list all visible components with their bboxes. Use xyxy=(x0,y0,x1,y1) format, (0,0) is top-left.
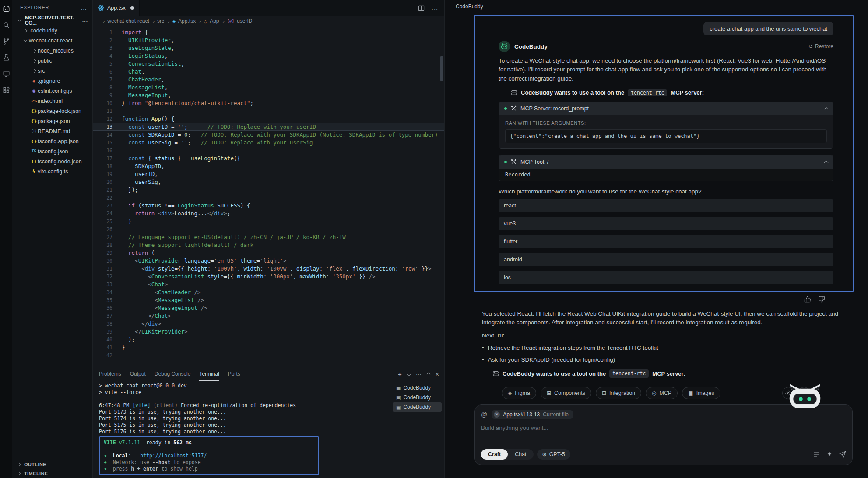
workspace-root[interactable]: MCP-SERVER-TEST-CO... … xyxy=(12,15,92,25)
maximize-panel-icon[interactable] xyxy=(427,372,430,376)
code-line[interactable]: 14 const SDKAppID = 0; // TODO: Replace … xyxy=(93,131,444,139)
code-line[interactable]: 40 ); xyxy=(93,336,444,344)
code-line[interactable]: 9 MessageInput, xyxy=(93,91,444,99)
terminal-output[interactable]: > wechat-chat-react@0.0.0 dev> vite --fo… xyxy=(93,381,393,478)
code-line[interactable]: 34 <ChatHeader /> xyxy=(93,288,444,296)
code-line[interactable]: 42 xyxy=(93,351,444,359)
terminal-instance[interactable]: CodeBuddy xyxy=(393,383,442,393)
terminal-instance[interactable]: CodeBuddy xyxy=(393,393,442,402)
code-line[interactable]: 30 <UIKitProvider language='en-US' theme… xyxy=(93,257,444,265)
breadcrumb-item[interactable]: › wechat-chat-react xyxy=(103,18,149,25)
tree-item[interactable]: README.md xyxy=(12,126,92,136)
composer-chip[interactable]: Figma xyxy=(502,387,536,399)
code-line[interactable]: 2 UIKitProvider, xyxy=(93,36,444,44)
code-line[interactable]: 32 <ConversationList style={{ minWidth: … xyxy=(93,273,444,281)
send-icon[interactable] xyxy=(839,451,846,458)
code-line[interactable]: 19 userID, xyxy=(93,170,444,178)
code-editor[interactable]: 1import {2 UIKitProvider,3 useLoginState… xyxy=(93,26,444,367)
search-icon[interactable] xyxy=(2,21,11,29)
tree-item[interactable]: tsconfig.node.json xyxy=(12,156,92,166)
source-control-icon[interactable] xyxy=(2,37,11,46)
remote-explorer-icon[interactable] xyxy=(2,69,11,78)
explorer-more-icon[interactable]: … xyxy=(81,5,87,10)
extensions-icon[interactable] xyxy=(2,85,11,94)
code-line[interactable]: 20 userSig, xyxy=(93,178,444,186)
tree-item[interactable]: eslint.config.js xyxy=(12,86,92,96)
remove-context-icon[interactable]: ✕ xyxy=(494,411,500,418)
tree-item[interactable]: index.html xyxy=(12,96,92,106)
chevron-up-icon[interactable] xyxy=(824,107,829,112)
panel-tab[interactable]: Terminal xyxy=(199,367,219,381)
code-line[interactable]: 8 MessageList, xyxy=(93,84,444,91)
mode-button[interactable]: Craft xyxy=(481,449,508,460)
code-line[interactable]: 1import { xyxy=(93,28,444,36)
code-line[interactable]: 33 <Chat> xyxy=(93,281,444,288)
code-line[interactable]: 41} xyxy=(93,344,444,351)
breadcrumb-item[interactable]: › App xyxy=(199,18,219,25)
code-line[interactable]: 21 }); xyxy=(93,186,444,194)
code-line[interactable]: 16 xyxy=(93,147,444,155)
code-line[interactable]: 25 } xyxy=(93,218,444,225)
platform-option-button[interactable]: ios xyxy=(499,271,833,284)
context-file-chip[interactable]: ✕ App.tsx#L13-13 Current file xyxy=(492,410,573,419)
platform-option-button[interactable]: vue3 xyxy=(499,217,833,230)
tree-item[interactable]: node_modules xyxy=(12,46,92,56)
code-line[interactable]: 11 xyxy=(93,107,444,115)
new-terminal-icon[interactable]: + xyxy=(398,370,402,378)
code-line[interactable]: 31 <div style={{ height: '100vh', width:… xyxy=(93,265,444,273)
code-line[interactable]: 24 return <div>Loading...</div>; xyxy=(93,210,444,218)
test-flask-icon[interactable] xyxy=(2,53,11,62)
code-line[interactable]: 39 </UIKitProvider> xyxy=(93,328,444,336)
mode-button[interactable]: Chat xyxy=(508,449,533,460)
sidebar-section-header[interactable]: OUTLINE xyxy=(12,460,92,469)
code-line[interactable]: 29 return ( xyxy=(93,249,444,257)
workspace-more-icon[interactable]: … xyxy=(82,18,92,22)
code-line[interactable]: 7 ChatHeader, xyxy=(93,76,444,84)
mcp-card-header[interactable]: MCP Server: record_prompt xyxy=(499,102,833,115)
code-line[interactable]: 22 xyxy=(93,194,444,202)
tree-item[interactable]: .codebuddy xyxy=(12,25,92,35)
platform-option-button[interactable]: react xyxy=(499,199,833,212)
code-line[interactable]: 35 <MessageList /> xyxy=(93,296,444,304)
panel-tab[interactable]: Problems xyxy=(99,367,121,381)
code-line[interactable]: 15 const userSig = ''; // TODO: Replace … xyxy=(93,139,444,147)
task-list-icon[interactable] xyxy=(813,451,820,458)
code-line[interactable]: 28 // Theme support light(default) / dar… xyxy=(93,241,444,249)
tree-item[interactable]: vite.config.ts xyxy=(12,166,92,176)
platform-option-button[interactable]: android xyxy=(499,253,833,266)
mcp-card-header[interactable]: MCP Tool: / xyxy=(499,155,833,169)
code-line[interactable]: 12function App() { xyxy=(93,115,444,123)
panel-tab[interactable]: Debug Console xyxy=(155,367,191,381)
code-line[interactable]: 23 if (status !== LoginStatus.SUCCESS) { xyxy=(93,202,444,210)
code-line[interactable]: 36 <MessageInput /> xyxy=(93,304,444,312)
editor-scrollbar[interactable] xyxy=(440,56,443,81)
composer-chip[interactable]: Integration xyxy=(596,387,641,399)
chevron-up-icon[interactable] xyxy=(824,161,829,165)
terminal-instance[interactable]: CodeBuddy xyxy=(393,402,442,412)
composer-chip[interactable]: Components xyxy=(541,387,591,399)
split-editor-icon[interactable] xyxy=(418,5,425,11)
platform-option-button[interactable]: flutter xyxy=(499,235,833,248)
tab-app-tsx[interactable]: App.tsx xyxy=(93,0,140,16)
code-line[interactable]: 4 LoginStatus, xyxy=(93,52,444,60)
code-line[interactable]: 38 </div> xyxy=(93,320,444,328)
code-line[interactable]: 17 const { status } = useLoginState({ xyxy=(93,155,444,162)
panel-tab[interactable]: Output xyxy=(130,367,146,381)
editor-more-icon[interactable]: … xyxy=(431,4,438,12)
tree-item[interactable]: tsconfig.app.json xyxy=(12,136,92,146)
codebuddy-logo[interactable] xyxy=(2,4,11,13)
model-selector[interactable]: ⊛ GPT-5 xyxy=(537,449,570,460)
code-line[interactable]: 27 // Language support en-US(default) / … xyxy=(93,233,444,241)
terminal-dropdown-icon[interactable] xyxy=(407,372,411,376)
thumbs-down-icon[interactable] xyxy=(818,296,825,303)
restore-button[interactable]: ↺ Restore xyxy=(808,43,833,49)
panel-more-icon[interactable]: ⋯ xyxy=(416,371,422,377)
composer-chip[interactable]: Images xyxy=(682,387,720,399)
code-line[interactable]: 13 const userID = ''; // TODO: Replace w… xyxy=(93,123,444,131)
code-line[interactable]: 37 </Chat> xyxy=(93,312,444,320)
code-line[interactable]: 6 Chat, xyxy=(93,68,444,76)
code-line[interactable]: 18 SDKAppID, xyxy=(93,162,444,170)
panel-tab[interactable]: Ports xyxy=(228,367,240,381)
tree-item[interactable]: package-lock.json xyxy=(12,106,92,116)
tree-item[interactable]: wechat-chat-react xyxy=(12,35,92,46)
